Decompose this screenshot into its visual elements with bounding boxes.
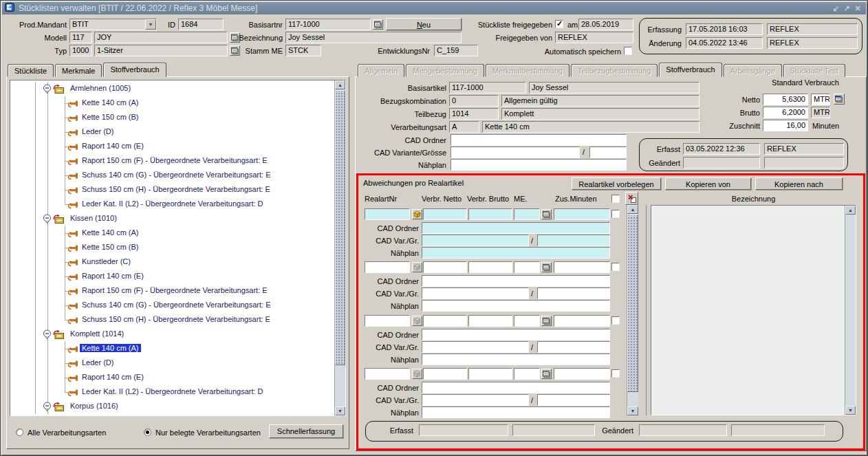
- tree-item-label[interactable]: Kette 140 cm (A): [80, 228, 141, 237]
- collapse-toggle-icon[interactable]: [43, 402, 52, 415]
- tree-scrollbar[interactable]: ▲ ▼: [334, 80, 345, 415]
- window-restore-icon[interactable]: ↙: [830, 3, 841, 13]
- tab-merkmalbestimmung[interactable]: Merkmalbestimmung: [486, 64, 569, 77]
- scroll-down-icon[interactable]: ▼: [845, 406, 856, 415]
- realartnr-field[interactable]: [365, 208, 410, 220]
- bezugskombination-code-field[interactable]: 0: [449, 95, 499, 107]
- me-field[interactable]: [514, 261, 540, 273]
- verbr-brutto-field[interactable]: [468, 315, 512, 327]
- tree-item-node[interactable]: Raport 140 cm (E): [10, 371, 334, 385]
- netto-unit-field[interactable]: MTR: [811, 94, 830, 105]
- tree-item-node[interactable]: Raport 140 cm (E): [10, 140, 334, 154]
- tab-merkmale[interactable]: Merkmale: [55, 64, 102, 77]
- tree-item-node[interactable]: Schuss 140 cm (G) - Übergeordnete Verarb…: [10, 169, 334, 183]
- me-lov-icon[interactable]: [541, 316, 552, 326]
- tree-item-node[interactable]: Leder Kat. II (L2) - Übergeordnete Verar…: [10, 197, 334, 212]
- tab-allgemein[interactable]: Allgemein: [358, 64, 404, 77]
- netto-lov-icon[interactable]: [834, 94, 845, 105]
- tree-scrollbar-thumb[interactable]: [335, 90, 345, 365]
- neu-button[interactable]: Neu: [386, 18, 462, 30]
- zuschnitt-field[interactable]: 16,00: [763, 120, 808, 131]
- scroll-down-icon[interactable]: ▼: [627, 406, 638, 415]
- abw-row-checkbox[interactable]: [611, 316, 620, 325]
- teilbezug-code-field[interactable]: 1014: [449, 108, 499, 120]
- abw-row-checkbox[interactable]: [611, 369, 620, 378]
- tab-stückliste[interactable]: Stückliste: [8, 64, 54, 77]
- scroll-up-icon[interactable]: ▲: [335, 80, 345, 89]
- tree-group-node[interactable]: Korpus (1016): [10, 400, 334, 414]
- entwicklungsnr-field[interactable]: C_159: [434, 45, 478, 56]
- netto-field[interactable]: 5,6300: [763, 94, 808, 105]
- basisartikel-name-field[interactable]: Joy Sessel: [529, 82, 699, 94]
- me-field[interactable]: [514, 368, 540, 380]
- naehplan-field[interactable]: [451, 159, 627, 171]
- window-close-icon[interactable]: ✕: [852, 3, 863, 13]
- abw-scrollbar-thumb[interactable]: [627, 215, 638, 392]
- artikel-picker-icon[interactable]: [412, 209, 422, 219]
- tree-group-label[interactable]: Korpus (1016): [68, 402, 120, 410]
- tree-item-label[interactable]: Schuss 140 cm (G) - Übergeordnete Verarb…: [80, 301, 273, 309]
- row-cad-var-field-1[interactable]: [422, 287, 529, 299]
- stamm-me-field[interactable]: STCK: [285, 45, 321, 56]
- tree-item-label[interactable]: Kunstleder (C): [80, 257, 133, 265]
- row-cad-var-field-2[interactable]: [537, 394, 610, 406]
- basisartnr-lov-icon[interactable]: [373, 19, 383, 30]
- radio-nur-label[interactable]: Nur belegte Verarbeitungsarten: [155, 428, 261, 438]
- tree-item-label[interactable]: Raport 140 cm (E): [80, 373, 146, 381]
- tree-group-node[interactable]: Komplett (1014): [10, 327, 334, 342]
- verbr-brutto-field[interactable]: [468, 208, 512, 220]
- tree-item-node[interactable]: Raport 150 cm (F) - Übergeordnete Verarb…: [10, 154, 334, 169]
- tree-item-node[interactable]: Raport 150 cm (F) - Übergeordnete Verarb…: [10, 284, 334, 298]
- bezeichnung-list[interactable]: ▲ ▼: [651, 205, 856, 415]
- window-maximize-icon[interactable]: ↗: [841, 3, 852, 13]
- tab-stoffverbrauch[interactable]: Stoffverbrauch: [659, 63, 721, 77]
- verbr-netto-field[interactable]: [423, 208, 467, 220]
- tree-item-node[interactable]: Kette 140 cm (A): [10, 96, 334, 111]
- basisartikel-code-field[interactable]: 117-1000: [449, 82, 526, 94]
- me-lov-icon[interactable]: [541, 209, 552, 219]
- basisartnr-field[interactable]: 117-1000: [285, 19, 371, 30]
- id-field[interactable]: 1684: [178, 19, 224, 30]
- radio-nur-belegte[interactable]: [144, 428, 151, 436]
- bezeichnung-scrollbar[interactable]: ▲ ▼: [845, 206, 856, 415]
- tree-item-label[interactable]: Leder (D): [80, 358, 116, 367]
- row-naehplan-field[interactable]: [422, 354, 610, 365]
- auto-speichern-checkbox[interactable]: [624, 47, 632, 55]
- tab-mengebestimmung[interactable]: Mengebestimmung: [406, 64, 484, 77]
- tree-item-node[interactable]: Schuss 150 cm (H) - Übergeordnete Verarb…: [10, 313, 334, 327]
- typ-code-field[interactable]: 1000: [69, 45, 92, 56]
- tree-item-node[interactable]: Kette 140 cm (A): [10, 226, 334, 241]
- row-cad-ordner-field[interactable]: [422, 382, 610, 393]
- abw-header-checkbox[interactable]: [611, 195, 620, 203]
- me-field[interactable]: [514, 315, 540, 327]
- tree-item-label[interactable]: Raport 150 cm (F) - Übergeordnete Verarb…: [80, 286, 270, 294]
- scroll-up-icon[interactable]: ▲: [627, 205, 638, 214]
- tree-item-node[interactable]: Kette 140 cm (A): [10, 342, 334, 356]
- tree-item-label[interactable]: Kette 150 cm (B): [80, 113, 141, 121]
- tree-item-label[interactable]: Leder Kat. II (L2) - Übergeordnete Verar…: [80, 387, 265, 395]
- abw-row-checkbox[interactable]: [611, 210, 620, 218]
- typ-name-field[interactable]: 1-Sitzer: [94, 45, 228, 56]
- collapse-toggle-icon[interactable]: [43, 84, 52, 97]
- abw-rows-scrollbar[interactable]: ▲ ▼: [627, 205, 638, 415]
- scroll-down-icon[interactable]: ▼: [335, 406, 345, 415]
- delete-row-icon[interactable]: [625, 192, 638, 205]
- modell-code-field[interactable]: 117: [69, 32, 92, 43]
- dropdown-arrow-icon[interactable]: ▼: [145, 19, 156, 30]
- artikel-picker-icon[interactable]: [412, 369, 422, 379]
- brutto-field[interactable]: 6,2000: [763, 107, 808, 118]
- row-naehplan-field[interactable]: [422, 247, 610, 259]
- kopieren-nach-button[interactable]: Kopieren nach: [755, 177, 843, 190]
- collapse-toggle-icon[interactable]: [43, 214, 52, 227]
- tree-item-label[interactable]: Kette 150 cm (B): [80, 243, 141, 251]
- modell-name-field[interactable]: JOY: [94, 32, 228, 43]
- row-cad-var-field-2[interactable]: [537, 341, 610, 353]
- scroll-up-icon[interactable]: ▲: [845, 206, 856, 215]
- radio-alle-label[interactable]: Alle Verarbeitungsarten: [28, 428, 106, 438]
- tree-group-label[interactable]: Komplett (1014): [68, 329, 126, 338]
- realartnr-field[interactable]: [365, 315, 410, 327]
- tab-teilbezugbestimmung[interactable]: Teilbezugbestimmung: [571, 64, 658, 77]
- tree-item-node[interactable]: Schuss 150 cm (H) - Übergeordnete Verarb…: [10, 183, 334, 197]
- bezeichnung-field[interactable]: Joy Sessel: [285, 32, 462, 43]
- row-cad-var-field-2[interactable]: [537, 287, 610, 299]
